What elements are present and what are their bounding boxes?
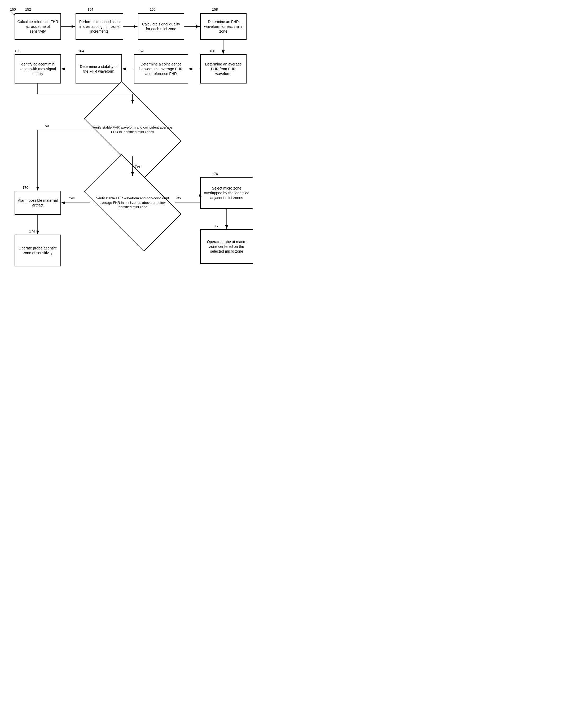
box-156: Calculate signal quality for each mini z…	[138, 13, 184, 40]
diamond-172: Verify stable FHR waveform and non-coinc…	[90, 176, 175, 229]
label-154: 154	[87, 7, 93, 12]
label-156: 156	[150, 7, 155, 12]
box-176: Select micro zone overlapped by the iden…	[200, 177, 253, 209]
svg-text:No: No	[44, 124, 49, 128]
label-176: 176	[212, 172, 218, 176]
box-174: Operate probe at entire zone of sensitiv…	[15, 235, 61, 266]
label-152: 152	[25, 7, 31, 12]
label-160: 160	[209, 49, 215, 53]
box-166: Identify adjacent mini zones with max si…	[15, 54, 61, 84]
box-162: Determine a coincidence between the aver…	[134, 54, 188, 84]
svg-text:No: No	[176, 196, 181, 200]
label-164: 164	[78, 49, 84, 53]
box-158: Determine an FHR waveform for each mini …	[200, 13, 247, 40]
box-154: Perform ultrasound scan in overlapping m…	[76, 13, 123, 40]
diamond-168: Verify stable FHR waveform and coinciden…	[90, 103, 175, 156]
box-178: Operate probe at macro zone centered on …	[200, 229, 253, 264]
label-178: 178	[215, 224, 220, 228]
box-160: Determine an average FHR from FHR wavefo…	[200, 54, 247, 84]
box-164: Determine a stability of the FHR wavefor…	[76, 54, 122, 84]
box-152: Calculate reference FHR across zone of s…	[15, 13, 61, 40]
label-170: 170	[23, 186, 28, 190]
label-174: 174	[29, 229, 35, 233]
label-158: 158	[212, 7, 218, 12]
box-170: Alarm possible maternal artifact	[15, 191, 61, 215]
label-166: 166	[15, 49, 20, 53]
flowchart-diagram: 150 152 154 156 158 Calculate reference …	[0, 0, 294, 356]
svg-text:Yes: Yes	[69, 196, 75, 200]
label-162: 162	[138, 49, 144, 53]
